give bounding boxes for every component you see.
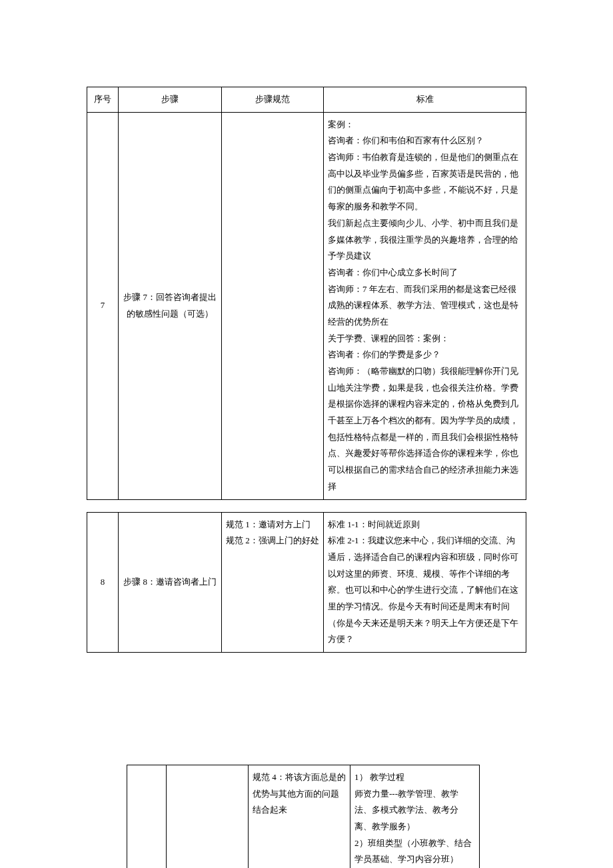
step-7: 步骤 7：回答咨询者提出的敏感性问题（可选） bbox=[119, 112, 222, 499]
table-row-6: 6 步骤 6：回答咨询者提出的一般性问题 规范 4：将该方面总是的优势与其他方面… bbox=[127, 765, 480, 869]
procedure-table-1: 序号 步骤 步骤规范 标准 7 步骤 7：回答咨询者提出的敏感性问题（可选） 案… bbox=[87, 87, 526, 500]
header-step: 步骤 bbox=[119, 87, 222, 113]
std6-l2: 师资力量---教学管理、教学法、多模式教学法、教考分离、教学服务） bbox=[354, 786, 475, 835]
std7-l4: 我们新起点主要倾向少儿、小学、初中而且我们是多媒体教学，我很注重学员的兴趣培养，… bbox=[328, 215, 522, 265]
spec8-l2: 规范 2：强调上门的好处 bbox=[226, 533, 319, 549]
std7-l5: 咨询者：你们中心成立多长时间了 bbox=[328, 265, 522, 281]
seq-8: 8 bbox=[87, 512, 119, 653]
header-spec: 步骤规范 bbox=[222, 87, 324, 113]
procedure-table-3: 6 步骤 6：回答咨询者提出的一般性问题 规范 4：将该方面总是的优势与其他方面… bbox=[127, 765, 480, 868]
table-row-8: 8 步骤 8：邀请咨询者上门 规范 1：邀请对方上门 规范 2：强调上门的好处 … bbox=[87, 512, 526, 653]
step-6: 步骤 6：回答咨询者提出的一般性问题 bbox=[167, 765, 249, 869]
std6-l3: 2）班组类型（小班教学、结合学员基础、学习内容分班） bbox=[354, 835, 475, 868]
spec8-l1: 规范 1：邀请对方上门 bbox=[226, 517, 319, 533]
step-8: 步骤 8：邀请咨询者上门 bbox=[119, 512, 222, 653]
spec-6: 规范 4：将该方面总是的优势与其他方面的问题结合起来 bbox=[249, 765, 350, 869]
spec-7 bbox=[222, 112, 324, 499]
std7-l9: 咨询师：（略带幽默的口吻）我很能理解你开门见山地关注学费，如果是我，也会很关注价… bbox=[328, 363, 522, 495]
std7-l8: 咨询者：你们的学费是多少？ bbox=[328, 347, 522, 363]
std7-l6: 咨询师：7 年左右、而我们采用的都是这套已经很成熟的课程体系、教学方法、管理模式… bbox=[328, 281, 522, 331]
seq-6: 6 bbox=[127, 765, 167, 869]
std6-l1: 1） 教学过程 bbox=[354, 769, 475, 786]
table-header-row: 序号 步骤 步骤规范 标准 bbox=[87, 87, 526, 113]
std7-l3: 咨询师：韦伯教育是连锁的，但是他们的侧重点在高中以及毕业学员偏多些，百家英语是民… bbox=[328, 149, 522, 215]
std8-l2: 标准 2-1：我建议您来中心，我们详细的交流、沟通后，选择适合自己的课程内容和班… bbox=[328, 533, 522, 648]
std8-l1: 标准 1-1：时间就近原则 bbox=[328, 517, 522, 533]
std-6: 1） 教学过程 师资力量---教学管理、教学法、多模式教学法、教考分离、教学服务… bbox=[350, 765, 480, 869]
std7-l1: 案例： bbox=[328, 117, 522, 133]
std7-l7: 关于学费、课程的回答：案例： bbox=[328, 331, 522, 347]
table-row-7: 7 步骤 7：回答咨询者提出的敏感性问题（可选） 案例： 咨询者：你们和韦伯和百… bbox=[87, 112, 526, 499]
std-8: 标准 1-1：时间就近原则 标准 2-1：我建议您来中心，我们详细的交流、沟通后… bbox=[324, 512, 526, 653]
std-7: 案例： 咨询者：你们和韦伯和百家有什么区别？ 咨询师：韦伯教育是连锁的，但是他们… bbox=[324, 112, 526, 499]
seq-7: 7 bbox=[87, 112, 119, 499]
header-seq: 序号 bbox=[87, 87, 119, 113]
std7-l2: 咨询者：你们和韦伯和百家有什么区别？ bbox=[328, 133, 522, 149]
spec-8: 规范 1：邀请对方上门 规范 2：强调上门的好处 bbox=[222, 512, 324, 653]
procedure-table-2: 8 步骤 8：邀请咨询者上门 规范 1：邀请对方上门 规范 2：强调上门的好处 … bbox=[87, 512, 526, 653]
header-std: 标准 bbox=[324, 87, 526, 113]
